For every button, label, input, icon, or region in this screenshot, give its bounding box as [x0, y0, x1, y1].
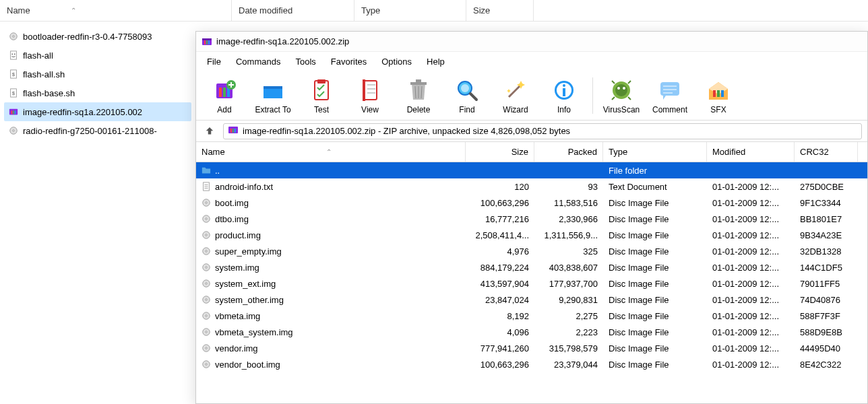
explorer-column-header: Name ⌃ Date modified Type Size — [0, 0, 868, 22]
explorer-file-row[interactable]: flash-all — [4, 46, 191, 65]
svg-rect-53 — [660, 82, 679, 96]
file-crc: 74D40876 — [795, 295, 858, 305]
file-name: vbmeta.img — [215, 311, 260, 321]
menu-options[interactable]: Options — [375, 55, 418, 69]
explorer-file-row[interactable]: radio-redfin-g7250-00161-211008- — [4, 121, 191, 140]
pathbar: image-redfin-sq1a.220105.002.zip - ZIP a… — [196, 121, 867, 142]
disc-icon — [202, 360, 211, 369]
menu-tools[interactable]: Tools — [288, 55, 322, 69]
disc-icon — [202, 327, 211, 337]
file-modified: 01-01-2009 12:... — [707, 198, 795, 208]
list-row[interactable]: ..File folder — [196, 162, 867, 178]
column-name[interactable]: Name ⌃ — [0, 0, 232, 21]
list-row[interactable]: system_other.img23,847,0249,290,831Disc … — [196, 292, 867, 308]
tool-label: Delete — [407, 105, 431, 114]
svg-line-50 — [628, 81, 631, 83]
file-name: vendor_boot.img — [215, 360, 280, 370]
file-type: Text Document — [603, 182, 707, 192]
svg-rect-25 — [315, 81, 328, 100]
list-row[interactable]: vendor.img777,941,260315,798,579Disc Ima… — [196, 340, 867, 356]
extract-button[interactable]: Extract To — [249, 72, 297, 119]
file-size: 100,663,296 — [466, 360, 534, 370]
up-button[interactable] — [202, 123, 218, 139]
file-crc: 8E42C322 — [795, 360, 858, 370]
file-size: 413,597,904 — [466, 279, 534, 289]
svg-rect-22 — [223, 88, 226, 97]
path-field[interactable]: image-redfin-sq1a.220105.002.zip - ZIP a… — [223, 123, 862, 139]
view-button[interactable]: View — [346, 72, 394, 119]
tool-label: SFX — [710, 105, 726, 114]
file-crc: 9B34A23E — [795, 230, 858, 240]
delete-button[interactable]: Delete — [394, 72, 443, 119]
menu-file[interactable]: File — [200, 55, 228, 69]
tool-label: VirusScan — [603, 105, 640, 114]
wizard-button[interactable]: Wizard — [491, 72, 540, 119]
file-crc: 275D0CBE — [795, 182, 858, 192]
tool-label: Find — [459, 105, 474, 114]
col-packed[interactable]: Packed — [534, 142, 603, 162]
svg-point-4 — [14, 53, 16, 55]
file-modified: 01-01-2009 12:... — [707, 246, 795, 257]
column-size[interactable]: Size — [466, 0, 534, 21]
titlebar[interactable]: image-redfin-sq1a.220105.002.zip — [196, 32, 867, 52]
svg-point-77 — [206, 267, 208, 269]
virusscan-button[interactable]: VirusScan — [597, 72, 646, 119]
svg-rect-63 — [235, 129, 236, 133]
list-row[interactable]: vbmeta_system.img4,0962,223Disc Image Fi… — [196, 324, 867, 340]
col-crc[interactable]: CRC32 — [795, 142, 858, 162]
list-row[interactable]: android-info.txt12093Text Document01-01-… — [196, 178, 867, 195]
list-row[interactable]: system_ext.img413,597,904177,937,700Disc… — [196, 275, 867, 292]
find-button[interactable]: Find — [443, 72, 491, 119]
add-button[interactable]: Add — [200, 72, 249, 119]
menu-help[interactable]: Help — [420, 55, 452, 69]
svg-rect-10 — [11, 110, 13, 114]
explorer-file-row[interactable]: $flash-all.sh — [4, 65, 191, 83]
info-button[interactable]: Info — [540, 72, 588, 119]
file-crc: 79011FF5 — [795, 279, 858, 289]
svg-rect-62 — [232, 129, 234, 133]
menu-commands[interactable]: Commands — [229, 55, 287, 69]
menubar: FileCommandsToolsFavoritesOptionsHelp — [196, 52, 867, 71]
sort-caret-icon: ⌃ — [326, 148, 332, 156]
extract-icon — [259, 77, 286, 104]
file-name: vbmeta_system.img — [215, 327, 293, 337]
winrar-window: image-redfin-sq1a.220105.002.zip FileCom… — [195, 31, 868, 404]
file-size: 884,179,224 — [466, 263, 534, 273]
list-row[interactable]: vbmeta.img8,1922,275Disc Image File01-01… — [196, 308, 867, 324]
file-name: vendor.img — [215, 343, 258, 354]
col-modified[interactable]: Modified — [707, 142, 795, 162]
disc-icon — [8, 31, 19, 42]
comment-button[interactable]: Comment — [646, 72, 694, 119]
explorer-file-row[interactable]: bootloader-redfin-r3-0.4-7758093 — [4, 27, 191, 46]
file-modified: 01-01-2009 12:... — [707, 295, 795, 305]
explorer-file-row[interactable]: $flash-base.sh — [4, 83, 191, 102]
list-row[interactable]: boot.img100,663,29611,583,516Disc Image … — [196, 195, 867, 211]
explorer-file-row[interactable]: image-redfin-sq1a.220105.002 — [4, 102, 191, 121]
test-button[interactable]: Test — [297, 72, 346, 119]
sfx-button[interactable]: SFX — [694, 72, 743, 119]
column-type[interactable]: Type — [354, 0, 466, 21]
disc-icon — [202, 295, 211, 304]
list-row[interactable]: system.img884,179,224403,838,607Disc Ima… — [196, 259, 867, 275]
tool-label: Extract To — [255, 105, 290, 114]
col-size[interactable]: Size — [466, 142, 534, 162]
col-name[interactable]: Name⌃ — [196, 142, 466, 162]
svg-text:$: $ — [12, 72, 15, 77]
list-row[interactable]: vendor_boot.img100,663,29623,379,044Disc… — [196, 356, 867, 372]
file-type: Disc Image File — [603, 311, 707, 321]
file-name: product.img — [215, 230, 261, 240]
menu-favorites[interactable]: Favorites — [324, 55, 373, 69]
list-row[interactable]: dtbo.img16,777,2162,330,966Disc Image Fi… — [196, 211, 867, 227]
file-crc: 144C1DF5 — [795, 263, 858, 273]
path-text: image-redfin-sq1a.220105.002.zip - ZIP a… — [243, 126, 570, 136]
col-type[interactable]: Type — [603, 142, 707, 162]
file-modified: 01-01-2009 12:... — [707, 327, 795, 337]
file-type: Disc Image File — [603, 360, 707, 370]
list-row[interactable]: super_empty.img4,976325Disc Image File01… — [196, 243, 867, 259]
svg-rect-2 — [11, 51, 17, 59]
svg-point-71 — [206, 218, 208, 220]
column-date[interactable]: Date modified — [232, 0, 354, 21]
find-icon — [454, 77, 480, 104]
list-row[interactable]: product.img2,508,411,4...1,311,556,9...D… — [196, 227, 867, 243]
file-modified: 01-01-2009 12:... — [707, 311, 795, 321]
